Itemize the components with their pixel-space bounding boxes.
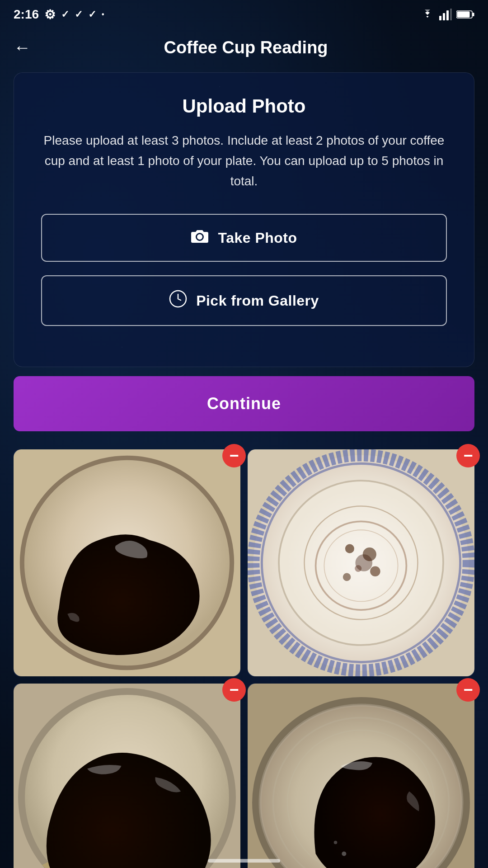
take-photo-label: Take Photo (218, 230, 297, 246)
time-display: 2:16 (14, 7, 39, 22)
remove-photo-3-button[interactable]: − (222, 678, 246, 702)
status-bar-right (420, 9, 474, 20)
home-indicator (208, 859, 280, 863)
continue-button[interactable]: Continue (14, 376, 474, 431)
photo-item-1: − (14, 449, 240, 676)
dot-icon: • (102, 10, 104, 19)
photo-item-2: − (248, 449, 474, 676)
svg-rect-2 (446, 10, 449, 20)
upload-description: Please upload at least 3 photos. Include… (41, 131, 447, 191)
svg-rect-0 (439, 16, 441, 20)
wifi-icon (420, 9, 435, 19)
svg-rect-1 (443, 13, 445, 20)
check-icon-3: ✓ (88, 9, 96, 20)
battery-icon (456, 10, 474, 19)
remove-photo-4-button[interactable]: − (456, 678, 480, 702)
status-bar: 2:16 ⚙ ✓ ✓ ✓ • (0, 0, 488, 27)
svg-rect-5 (457, 12, 470, 18)
photo-item-4: − (248, 684, 474, 868)
svg-point-22 (343, 573, 351, 581)
check-icon-1: ✓ (61, 9, 69, 20)
svg-rect-6 (473, 13, 474, 16)
take-photo-button[interactable]: Take Photo (41, 214, 447, 262)
photo-item-3: − (14, 684, 240, 868)
remove-photo-1-button[interactable]: − (222, 444, 246, 467)
svg-point-23 (355, 555, 372, 572)
signal-icon (439, 9, 452, 20)
back-button[interactable]: ← (14, 39, 40, 56)
gallery-icon (169, 290, 187, 311)
upload-card: Upload Photo Please upload at least 3 ph… (14, 72, 474, 367)
app-header: ← Coffee Cup Reading (0, 27, 488, 68)
svg-point-35 (342, 852, 346, 856)
check-icon-2: ✓ (75, 9, 83, 20)
page-title: Coffee Cup Reading (40, 38, 474, 57)
pick-gallery-label: Pick from Gallery (196, 292, 319, 309)
svg-point-36 (334, 841, 338, 844)
pick-gallery-button[interactable]: Pick from Gallery (41, 275, 447, 326)
status-bar-left: 2:16 ⚙ ✓ ✓ ✓ • (14, 7, 104, 22)
svg-point-21 (370, 566, 380, 577)
svg-rect-3 (450, 9, 452, 20)
remove-photo-2-button[interactable]: − (456, 444, 480, 467)
camera-icon (191, 228, 209, 247)
upload-title: Upload Photo (41, 95, 447, 117)
photo-grid: − (0, 440, 488, 868)
settings-icon: ⚙ (44, 7, 56, 22)
svg-point-18 (345, 544, 354, 553)
